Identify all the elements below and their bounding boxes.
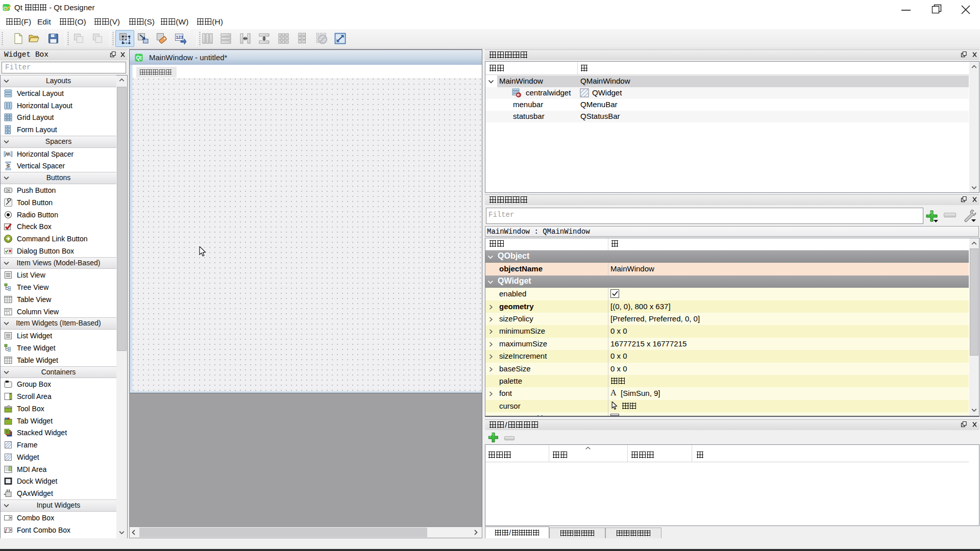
svg-text:123: 123 <box>176 35 183 40</box>
svg-text:OK: OK <box>6 188 11 192</box>
svg-text:Qt: Qt <box>136 55 142 61</box>
